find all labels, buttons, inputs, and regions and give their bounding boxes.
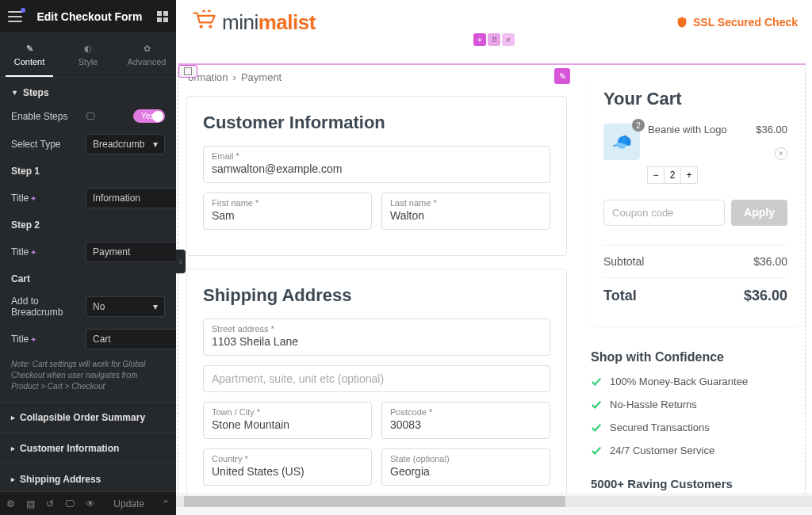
checkout-right-column: Your Cart 2 Beanie with Logo $36.00 ✕ − … bbox=[591, 65, 805, 493]
pencil-icon: ✎ bbox=[26, 44, 33, 54]
state-field[interactable]: State (optional) Georgia bbox=[381, 448, 550, 486]
step1-title-label: Title✦ bbox=[11, 193, 81, 204]
add-breadcrumb-label: Add to Breadcrumb bbox=[11, 296, 81, 318]
checkout-left-column: ormation › Payment ✎ Customer Informatio… bbox=[178, 65, 575, 493]
section-handle: + ⠿ × bbox=[473, 33, 515, 46]
edit-widget-icon[interactable]: ✎ bbox=[554, 68, 570, 84]
apply-coupon-button[interactable]: Apply bbox=[731, 200, 787, 226]
section-collapsible-summary[interactable]: ▸Collapsible Order Summary bbox=[0, 402, 176, 433]
settings-icon[interactable]: ⚙ bbox=[6, 498, 15, 509]
cart-title-label: Title✦ bbox=[11, 334, 81, 345]
customer-info-card: Customer Information Email * samwalton@e… bbox=[186, 96, 567, 256]
first-name-field[interactable]: First name * Sam bbox=[203, 193, 372, 230]
caret-right-icon: ▸ bbox=[11, 414, 15, 422]
section-customer-info[interactable]: ▸Customer Information bbox=[0, 433, 176, 464]
confidence-item: 24/7 Customer Service bbox=[591, 444, 800, 456]
confidence-title: Shop with Confidence bbox=[591, 350, 800, 364]
navigator-icon[interactable]: ▤ bbox=[26, 498, 35, 509]
caret-down-icon: ▼ bbox=[11, 89, 18, 97]
step2-title-label: Title✦ bbox=[11, 246, 81, 258]
shield-icon bbox=[676, 16, 688, 29]
menu-icon[interactable] bbox=[8, 11, 22, 22]
tab-content[interactable]: ✎ Content bbox=[0, 33, 59, 77]
responsive-mode-icon[interactable]: 🖵 bbox=[65, 498, 75, 509]
check-icon bbox=[591, 422, 602, 433]
apartment-field[interactable]: Apartment, suite, unit etc (optional) bbox=[203, 365, 550, 392]
caret-right-icon: ▸ bbox=[11, 475, 15, 483]
total-row: Total $36.00 bbox=[603, 278, 787, 314]
confidence-item: Secured Transactions bbox=[591, 422, 800, 433]
qty-value: 2 bbox=[664, 166, 681, 184]
cart-logo-icon bbox=[190, 9, 217, 36]
chevron-up-icon[interactable]: ⌃ bbox=[162, 498, 170, 509]
widgets-grid-icon[interactable] bbox=[157, 11, 168, 22]
droplet-icon: ◐ bbox=[84, 44, 92, 54]
dynamic-icon[interactable]: ✦ bbox=[30, 335, 36, 344]
country-field[interactable]: Country * United States (US) bbox=[203, 448, 372, 486]
sidebar-header: Edit Checkout Form bbox=[0, 0, 176, 33]
add-breadcrumb-dropdown[interactable]: No ▾ bbox=[86, 296, 165, 317]
cart-panel: Your Cart 2 Beanie with Logo $36.00 ✕ − … bbox=[591, 76, 800, 326]
cart-title: Your Cart bbox=[603, 89, 787, 109]
step2-title-input[interactable] bbox=[86, 242, 176, 262]
select-type-label: Select Type bbox=[11, 139, 81, 150]
coupon-input[interactable]: Coupon code bbox=[603, 200, 725, 226]
street-field[interactable]: Street address * 1103 Sheila Lane bbox=[203, 319, 550, 356]
svg-point-1 bbox=[209, 25, 212, 28]
section-steps: ▼ Steps Enable Steps 🖵 Yes Select Type B… bbox=[0, 78, 176, 402]
qty-badge: 2 bbox=[632, 119, 645, 132]
postcode-field[interactable]: Postcode * 30083 bbox=[381, 402, 550, 439]
horizontal-scrollbar[interactable] bbox=[176, 496, 812, 507]
close-section-icon[interactable]: × bbox=[502, 33, 515, 46]
breadcrumb: ormation › Payment ✎ bbox=[178, 65, 575, 90]
cart-title-input[interactable] bbox=[86, 329, 176, 349]
cart-note: Note: Cart settings will work for Global… bbox=[11, 359, 165, 392]
ssl-badge: SSL Secured Check bbox=[676, 16, 798, 29]
preview-icon[interactable]: 👁 bbox=[86, 498, 95, 509]
dynamic-icon[interactable]: ✦ bbox=[30, 194, 36, 203]
dynamic-icon[interactable]: ✦ bbox=[30, 248, 36, 257]
section-shipping-address[interactable]: ▸Shipping Address bbox=[0, 464, 176, 491]
select-type-dropdown[interactable]: Breadcrumb ▾ bbox=[86, 134, 165, 154]
sidebar-title: Edit Checkout Form bbox=[36, 10, 142, 23]
sidebar-tabs: ✎ Content ◐ Style ✿ Advanced bbox=[0, 33, 176, 78]
check-icon bbox=[591, 445, 602, 456]
step1-title-input[interactable] bbox=[86, 188, 176, 208]
history-icon[interactable]: ↺ bbox=[46, 498, 54, 509]
qty-stepper: − 2 + bbox=[648, 166, 787, 184]
tab-style[interactable]: ◐ Style bbox=[59, 33, 117, 77]
city-field[interactable]: Town / City * Stone Mountain bbox=[203, 402, 372, 439]
widget-badge[interactable] bbox=[178, 65, 197, 78]
cart-item: 2 Beanie with Logo $36.00 ✕ bbox=[603, 124, 787, 160]
breadcrumb-next[interactable]: Payment bbox=[241, 71, 282, 83]
canvas-scroll[interactable]: ormation › Payment ✎ Customer Informatio… bbox=[176, 63, 812, 493]
checkout-canvas: ormation › Payment ✎ Customer Informatio… bbox=[178, 63, 806, 493]
update-button[interactable]: Update bbox=[113, 498, 144, 509]
cart-header: Cart bbox=[11, 273, 165, 284]
email-field[interactable]: Email * samwalton@example.com bbox=[203, 146, 550, 183]
sidebar-scroll[interactable]: ▼ Steps Enable Steps 🖵 Yes Select Type B… bbox=[0, 78, 176, 491]
remove-item-icon[interactable]: ✕ bbox=[775, 147, 787, 160]
tab-advanced[interactable]: ✿ Advanced bbox=[117, 33, 176, 77]
confidence-block: Shop with Confidence 100% Money-Back Gua… bbox=[591, 350, 800, 456]
last-name-field[interactable]: Last name * Walton bbox=[381, 193, 550, 230]
add-section-icon[interactable]: + bbox=[473, 33, 486, 46]
drag-section-icon[interactable]: ⠿ bbox=[488, 33, 500, 46]
confidence-item: 100% Money-Back Guarantee bbox=[591, 376, 800, 387]
sidebar-footer: ⚙ ▤ ↺ 🖵 👁 Update ⌃ bbox=[0, 491, 176, 515]
breadcrumb-sep: › bbox=[233, 71, 236, 83]
collapse-sidebar-handle[interactable]: ‹ bbox=[176, 250, 186, 273]
shipping-title: Shipping Address bbox=[203, 285, 550, 306]
steps-header[interactable]: ▼ Steps bbox=[11, 87, 165, 98]
editor-sidebar: Edit Checkout Form ✎ Content ◐ Style ✿ A… bbox=[0, 0, 176, 515]
qty-minus[interactable]: − bbox=[647, 166, 665, 184]
shipping-card: Shipping Address Street address * 1103 S… bbox=[186, 269, 567, 493]
responsive-icon[interactable]: 🖵 bbox=[86, 111, 95, 122]
gear-icon: ✿ bbox=[144, 44, 151, 54]
svg-point-0 bbox=[199, 25, 202, 28]
store-logo[interactable]: minimalist bbox=[190, 9, 316, 36]
confidence-item: No-Hassle Returns bbox=[591, 399, 800, 410]
enable-steps-toggle[interactable]: Yes bbox=[133, 109, 165, 123]
qty-plus[interactable]: + bbox=[680, 166, 698, 184]
step2-header: Step 2 bbox=[11, 219, 165, 231]
